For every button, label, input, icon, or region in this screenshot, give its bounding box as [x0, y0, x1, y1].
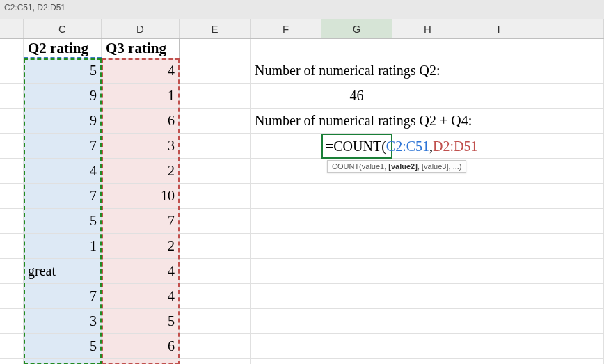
- corner-cell[interactable]: [0, 19, 24, 38]
- table-row: great 4: [0, 259, 604, 284]
- formula-open-paren: (: [381, 139, 386, 155]
- tooltip-bold: [value2]: [388, 162, 418, 171]
- table-row: 9 1 46: [0, 84, 604, 109]
- table-row: 9 6 Number of numerical ratings Q2 + Q4:: [0, 109, 604, 134]
- table-row: 5 6: [0, 334, 604, 359]
- cell-D[interactable]: 7: [102, 209, 180, 233]
- col-header-E[interactable]: E: [180, 19, 251, 38]
- cell-C[interactable]: 9: [24, 109, 102, 133]
- table-row: 7 4: [0, 284, 604, 309]
- cell-C[interactable]: 3: [24, 309, 102, 333]
- cell-C[interactable]: great: [24, 259, 102, 283]
- formula-range-2: D2:D51: [433, 139, 477, 155]
- cell-C[interactable]: 7: [24, 284, 102, 308]
- q2-count-value[interactable]: 46: [321, 84, 392, 108]
- table-row: 4 2: [0, 159, 604, 184]
- table-row: 7 3: [0, 134, 604, 159]
- col-header-F[interactable]: F: [251, 19, 321, 38]
- formula-range-1: C2:C51: [386, 139, 429, 155]
- formula-function-name: COUNT: [333, 139, 381, 155]
- cell-D[interactable]: 4: [102, 259, 180, 283]
- cell-D[interactable]: 3: [102, 134, 180, 158]
- cell-D[interactable]: 6: [102, 334, 180, 358]
- cell-C[interactable]: 9: [24, 84, 102, 108]
- data-rows: Q2 rating Q3 rating 5 4 Number of numeri…: [0, 39, 604, 364]
- cell-C[interactable]: 4: [24, 159, 102, 183]
- column-header-row: C D E F G H I: [0, 19, 604, 39]
- cell-C[interactable]: 5: [24, 58, 102, 83]
- cell-C[interactable]: 7: [24, 134, 102, 158]
- header-C[interactable]: Q2 rating: [24, 39, 102, 58]
- cell-C[interactable]: 5: [24, 334, 102, 358]
- cell-D[interactable]: 4: [102, 58, 180, 83]
- formula-edit[interactable]: = COUNT ( C2:C51 , D2:D51: [326, 134, 478, 159]
- spreadsheet-grid[interactable]: C D E F G H I Q2 rating Q3 rating 5 4 Nu…: [0, 19, 604, 364]
- table-row: 1 2: [0, 234, 604, 259]
- formula-equals: =: [326, 139, 333, 155]
- col-header-D[interactable]: D: [102, 19, 180, 38]
- cell-D[interactable]: 10: [102, 184, 180, 208]
- header-D[interactable]: Q3 rating: [102, 39, 180, 58]
- table-row: 3 5: [0, 309, 604, 334]
- tooltip-post: , [value3], ...): [418, 162, 462, 171]
- label-q2[interactable]: Number of numerical ratings Q2:: [251, 58, 321, 83]
- cell-D[interactable]: 2: [102, 159, 180, 183]
- cell-D[interactable]: 2: [102, 234, 180, 258]
- table-row: 5 7: [0, 209, 604, 234]
- label-q24[interactable]: Number of numerical ratings Q2 + Q4:: [251, 109, 321, 133]
- table-row: 5 4 Number of numerical ratings Q2:: [0, 58, 604, 84]
- col-header-G[interactable]: G: [321, 19, 392, 38]
- cell-C[interactable]: 1: [24, 234, 102, 258]
- col-header-C[interactable]: C: [24, 19, 102, 38]
- tooltip-pre: COUNT(value1,: [332, 162, 388, 171]
- col-header-H[interactable]: H: [392, 19, 463, 38]
- cell-D[interactable]: 4: [102, 284, 180, 308]
- table-row: 7 10: [0, 184, 604, 209]
- cell-D[interactable]: 6: [102, 109, 180, 133]
- table-row: [0, 359, 604, 364]
- cell-D[interactable]: 1: [102, 84, 180, 108]
- cell-reference-text: C2:C51, D2:D51: [4, 3, 65, 13]
- table-header-row: Q2 rating Q3 rating: [0, 39, 604, 58]
- cell-D[interactable]: 5: [102, 309, 180, 333]
- cell-reference-bar[interactable]: C2:C51, D2:D51: [0, 0, 604, 19]
- col-header-I[interactable]: I: [463, 19, 534, 38]
- function-tooltip: COUNT(value1, [value2], [value3], ...): [327, 160, 466, 173]
- cell-C[interactable]: 7: [24, 184, 102, 208]
- cell-C[interactable]: 5: [24, 209, 102, 233]
